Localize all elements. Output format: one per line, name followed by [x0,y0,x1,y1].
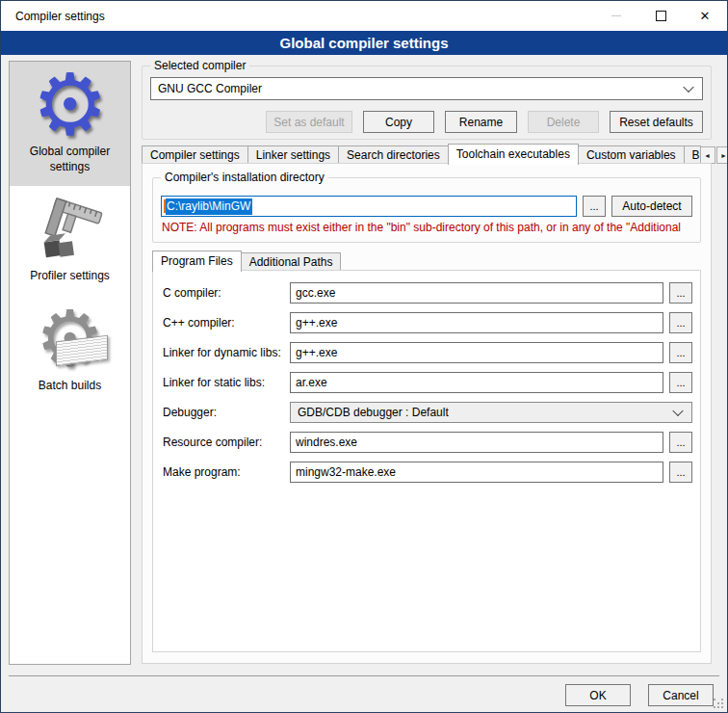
resize-grip[interactable] [714,699,723,708]
settings-category-list: ⚙ Global compiler settings [9,61,131,665]
bin-subdirectory-note: NOTE: All programs must exist either in … [162,221,692,234]
rename-button[interactable]: Rename [445,111,517,133]
installation-directory-browse-button[interactable]: ... [583,196,606,217]
reset-defaults-button[interactable]: Reset defaults [610,111,703,133]
resource-compiler-input[interactable] [290,432,663,453]
installation-directory-legend: Compiler's installation directory [161,171,328,184]
footer-divider [9,675,719,676]
title-bar: Compiler settings ✕ [1,1,727,31]
dialog-header: Global compiler settings [1,31,727,55]
static-linker-label: Linker for static libs: [163,376,290,389]
selected-compiler-group: Selected compiler GNU GCC Compiler Set a… [142,66,712,140]
installation-directory-row: C:\raylib\MinGW ... Auto-detect [161,196,692,217]
ok-button[interactable]: OK [565,684,631,706]
close-button[interactable]: ✕ [683,1,727,31]
compiler-settings-dialog: Compiler settings ✕ Global compiler sett… [0,0,728,713]
cpp-compiler-browse-button[interactable]: ... [669,312,692,333]
field-row-debugger: Debugger: GDB/CDB debugger : Default [163,402,692,423]
dynamic-linker-label: Linker for dynamic libs: [163,346,290,359]
sidebar-item-batch-builds[interactable]: ⚙ Batch builds [10,296,130,406]
debugger-label: Debugger: [163,406,290,419]
make-program-label: Make program: [163,465,290,479]
tab-compiler-settings[interactable]: Compiler settings [142,145,248,164]
selected-compiler-legend: Selected compiler [150,59,249,72]
tab-additional-paths[interactable]: Additional Paths [241,252,342,271]
cpp-compiler-input[interactable] [290,312,663,333]
maximize-icon [656,11,666,21]
resource-compiler-browse-button[interactable]: ... [669,432,692,453]
copy-button[interactable]: Copy [363,111,434,133]
c-compiler-browse-button[interactable]: ... [669,282,692,304]
set-as-default-button[interactable]: Set as default [266,111,352,133]
tab-scroll-buttons: ◄ ► [700,146,728,164]
installation-directory-input[interactable]: C:\raylib\MinGW [161,196,577,217]
program-files-tab-strip: Program Files Additional Paths [152,250,340,271]
sidebar-item-profiler-settings[interactable]: Profiler settings [10,186,130,296]
debugger-select[interactable]: GDB/CDB debugger : Default [290,402,692,423]
chevron-down-icon [683,82,693,92]
installation-directory-value: C:\raylib\MinGW [166,198,252,215]
resource-compiler-label: Resource compiler: [163,436,290,449]
field-row-c-compiler: C compiler: ... [163,282,692,304]
static-linker-browse-button[interactable]: ... [669,372,692,393]
field-row-make-program: Make program: ... [163,462,692,483]
compiler-select-value: GNU GCC Compiler [158,82,262,95]
minimize-button[interactable] [594,1,638,31]
field-row-cpp-compiler: C++ compiler: ... [163,312,692,333]
tab-custom-variables[interactable]: Custom variables [578,145,685,164]
maximize-button[interactable] [638,1,683,31]
static-linker-input[interactable] [290,372,663,393]
debugger-select-value: GDB/CDB debugger : Default [298,406,449,419]
chevron-down-icon [672,406,683,416]
delete-button[interactable]: Delete [528,111,599,133]
close-icon: ✕ [700,10,711,22]
compiler-buttons-row: Set as default Copy Rename Delete Reset … [150,111,703,133]
compiler-select[interactable]: GNU GCC Compiler [150,77,703,100]
installation-directory-group: Compiler's installation directory C:\ray… [152,177,701,243]
dynamic-linker-browse-button[interactable]: ... [669,342,692,363]
field-row-resource-compiler: Resource compiler: ... [163,432,692,453]
tab-linker-settings[interactable]: Linker settings [247,145,339,164]
dynamic-linker-input[interactable] [290,342,663,363]
dialog-header-title: Global compiler settings [279,35,448,51]
gear-icon: ⚙ [35,69,106,141]
tab-scroll-right-button[interactable]: ► [716,146,728,164]
cpp-compiler-label: C++ compiler: [163,316,290,330]
c-compiler-input[interactable] [290,282,663,304]
sidebar-item-global-compiler-settings[interactable]: ⚙ Global compiler settings [10,62,130,186]
make-program-input[interactable] [290,462,663,483]
c-compiler-label: C compiler: [163,286,290,300]
toolchain-executables-page: Compiler's installation directory C:\ray… [142,163,712,664]
cancel-button[interactable]: Cancel [648,684,714,706]
window-title: Compiler settings [1,10,105,23]
tab-toolchain-executables[interactable]: Toolchain executables [448,144,579,165]
caliper-icon [35,194,106,265]
make-program-browse-button[interactable]: ... [669,462,692,483]
tab-program-files[interactable]: Program Files [152,251,242,272]
program-files-page: C compiler: ... C++ compiler: ... Linker… [152,270,701,652]
settings-tab-strip: Compiler settings Linker settings Search… [142,143,712,164]
field-row-static-linker: Linker for static libs: ... [163,372,692,393]
auto-detect-button[interactable]: Auto-detect [611,196,692,217]
minimize-icon [611,15,621,16]
sidebar-item-label: Profiler settings [30,269,110,284]
window-controls: ✕ [594,1,727,31]
tab-scroll-left-button[interactable]: ◄ [700,146,715,164]
tab-search-directories[interactable]: Search directories [338,145,449,164]
field-row-dynamic-linker: Linker for dynamic libs: ... [163,342,692,363]
batch-builds-icon: ⚙ [35,304,106,375]
tab-build-options[interactable]: Build options [684,145,701,164]
